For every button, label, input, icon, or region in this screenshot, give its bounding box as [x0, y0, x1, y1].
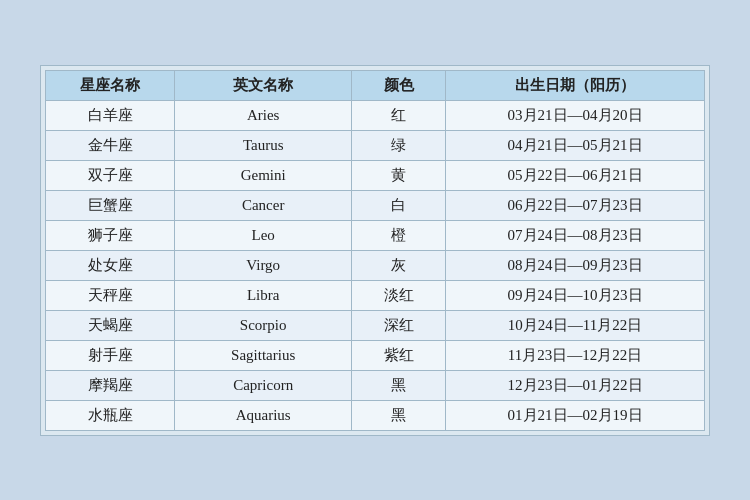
cell-en-6: Libra [175, 280, 352, 310]
cell-color-1: 绿 [351, 130, 445, 160]
cell-date-5: 08月24日—09月23日 [446, 250, 705, 280]
cell-color-10: 黑 [351, 400, 445, 430]
cell-zh-7: 天蝎座 [46, 310, 175, 340]
cell-date-2: 05月22日—06月21日 [446, 160, 705, 190]
table-row: 摩羯座Capricorn黑12月23日—01月22日 [46, 370, 705, 400]
cell-date-9: 12月23日—01月22日 [446, 370, 705, 400]
cell-date-4: 07月24日—08月23日 [446, 220, 705, 250]
cell-zh-5: 处女座 [46, 250, 175, 280]
cell-zh-4: 狮子座 [46, 220, 175, 250]
cell-en-0: Aries [175, 100, 352, 130]
cell-color-4: 橙 [351, 220, 445, 250]
header-en: 英文名称 [175, 70, 352, 100]
cell-en-5: Virgo [175, 250, 352, 280]
cell-color-6: 淡红 [351, 280, 445, 310]
table-row: 处女座Virgo灰08月24日—09月23日 [46, 250, 705, 280]
table-row: 水瓶座Aquarius黑01月21日—02月19日 [46, 400, 705, 430]
cell-en-7: Scorpio [175, 310, 352, 340]
cell-date-7: 10月24日—11月22日 [446, 310, 705, 340]
table-row: 天蝎座Scorpio深红10月24日—11月22日 [46, 310, 705, 340]
cell-zh-1: 金牛座 [46, 130, 175, 160]
cell-zh-10: 水瓶座 [46, 400, 175, 430]
cell-en-2: Gemini [175, 160, 352, 190]
cell-color-0: 红 [351, 100, 445, 130]
cell-zh-6: 天秤座 [46, 280, 175, 310]
cell-color-8: 紫红 [351, 340, 445, 370]
table-row: 双子座Gemini黄05月22日—06月21日 [46, 160, 705, 190]
cell-date-10: 01月21日—02月19日 [446, 400, 705, 430]
cell-zh-8: 射手座 [46, 340, 175, 370]
table-row: 狮子座Leo橙07月24日—08月23日 [46, 220, 705, 250]
header-color: 颜色 [351, 70, 445, 100]
cell-en-3: Cancer [175, 190, 352, 220]
table-row: 天秤座Libra淡红09月24日—10月23日 [46, 280, 705, 310]
cell-date-8: 11月23日—12月22日 [446, 340, 705, 370]
cell-date-0: 03月21日—04月20日 [446, 100, 705, 130]
cell-en-10: Aquarius [175, 400, 352, 430]
cell-en-1: Taurus [175, 130, 352, 160]
cell-en-9: Capricorn [175, 370, 352, 400]
cell-en-4: Leo [175, 220, 352, 250]
zodiac-table-container: 星座名称 英文名称 颜色 出生日期（阳历） 白羊座Aries红03月21日—04… [40, 65, 710, 436]
table-row: 白羊座Aries红03月21日—04月20日 [46, 100, 705, 130]
table-row: 巨蟹座Cancer白06月22日—07月23日 [46, 190, 705, 220]
cell-date-6: 09月24日—10月23日 [446, 280, 705, 310]
cell-zh-2: 双子座 [46, 160, 175, 190]
table-row: 射手座Sagittarius紫红11月23日—12月22日 [46, 340, 705, 370]
table-header-row: 星座名称 英文名称 颜色 出生日期（阳历） [46, 70, 705, 100]
header-zh: 星座名称 [46, 70, 175, 100]
cell-color-9: 黑 [351, 370, 445, 400]
table-row: 金牛座Taurus绿04月21日—05月21日 [46, 130, 705, 160]
cell-color-5: 灰 [351, 250, 445, 280]
cell-color-3: 白 [351, 190, 445, 220]
cell-zh-0: 白羊座 [46, 100, 175, 130]
cell-en-8: Sagittarius [175, 340, 352, 370]
cell-color-2: 黄 [351, 160, 445, 190]
zodiac-table: 星座名称 英文名称 颜色 出生日期（阳历） 白羊座Aries红03月21日—04… [45, 70, 705, 431]
cell-date-1: 04月21日—05月21日 [446, 130, 705, 160]
header-date: 出生日期（阳历） [446, 70, 705, 100]
cell-zh-3: 巨蟹座 [46, 190, 175, 220]
cell-date-3: 06月22日—07月23日 [446, 190, 705, 220]
cell-color-7: 深红 [351, 310, 445, 340]
cell-zh-9: 摩羯座 [46, 370, 175, 400]
